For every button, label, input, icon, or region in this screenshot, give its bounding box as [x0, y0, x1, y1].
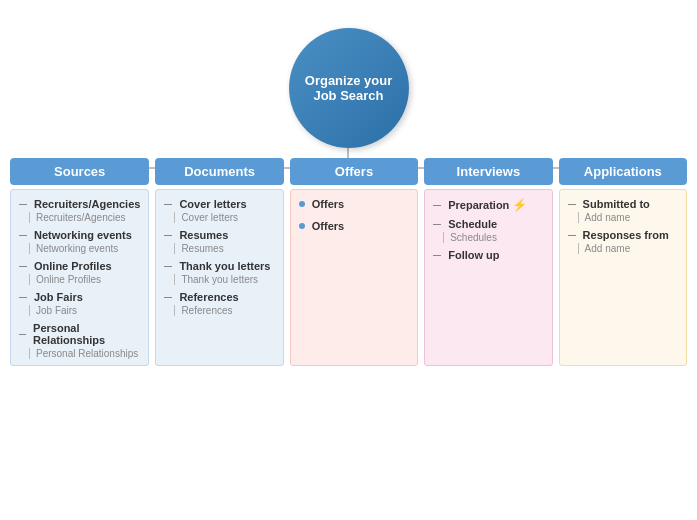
sources-sub-2: Networking events	[29, 243, 140, 254]
column-sources: Sources Recruiters/Agencies Recruiters/A…	[10, 158, 149, 366]
body-offers: Offers Offers	[290, 189, 418, 366]
applications-item-1: Submitted to	[568, 198, 678, 210]
column-applications: Applications Submitted to Add name Respo…	[559, 158, 687, 366]
interviews-item-3: Follow up	[433, 249, 543, 261]
sources-sub-3: Online Profiles	[29, 274, 140, 285]
offers-item-2: Offers	[299, 220, 409, 232]
column-documents: Documents Cover letters Cover letters Re…	[155, 158, 283, 366]
columns-container: Sources Recruiters/Agencies Recruiters/A…	[10, 158, 687, 366]
column-interviews: Interviews Preparation ⚡ Schedule Schedu…	[424, 158, 552, 366]
documents-sub-2: Resumes	[174, 243, 274, 254]
documents-sub-3: Thank you letters	[174, 274, 274, 285]
documents-item-2: Resumes	[164, 229, 274, 241]
documents-item-3: Thank you letters	[164, 260, 274, 272]
column-offers: Offers Offers Offers	[290, 158, 418, 366]
sources-item-3: Online Profiles	[19, 260, 140, 272]
header-offers: Offers	[290, 158, 418, 185]
applications-sub-2: Add name	[578, 243, 678, 254]
applications-item-2: Responses from	[568, 229, 678, 241]
documents-sub-4: References	[174, 305, 274, 316]
interviews-item-1: Preparation ⚡	[433, 198, 543, 212]
preparation-icon: ⚡	[512, 198, 527, 212]
header-interviews: Interviews	[424, 158, 552, 185]
applications-sub-1: Add name	[578, 212, 678, 223]
interviews-sub-2: Schedules	[443, 232, 543, 243]
header-documents: Documents	[155, 158, 283, 185]
sources-sub-4: Job Fairs	[29, 305, 140, 316]
offers-item-1: Offers	[299, 198, 409, 210]
central-text: Organize your Job Search	[305, 73, 392, 103]
documents-item-4: References	[164, 291, 274, 303]
body-sources: Recruiters/Agencies Recruiters/Agencies …	[10, 189, 149, 366]
sources-item-5: Personal Relationships	[19, 322, 140, 346]
sources-sub-5: Personal Relationships	[29, 348, 140, 359]
documents-sub-1: Cover letters	[174, 212, 274, 223]
documents-item-1: Cover letters	[164, 198, 274, 210]
header-applications: Applications	[559, 158, 687, 185]
header-sources: Sources	[10, 158, 149, 185]
body-documents: Cover letters Cover letters Resumes Resu…	[155, 189, 283, 366]
sources-sub-1: Recruiters/Agencies	[29, 212, 140, 223]
sources-item-1: Recruiters/Agencies	[19, 198, 140, 210]
body-applications: Submitted to Add name Responses from Add…	[559, 189, 687, 366]
diagram-container: Organize your Job Search Sources Recruit…	[0, 0, 697, 520]
body-interviews: Preparation ⚡ Schedule Schedules Follow …	[424, 189, 552, 366]
sources-item-2: Networking events	[19, 229, 140, 241]
central-node: Organize your Job Search	[289, 28, 409, 148]
sources-item-4: Job Fairs	[19, 291, 140, 303]
interviews-item-2: Schedule	[433, 218, 543, 230]
